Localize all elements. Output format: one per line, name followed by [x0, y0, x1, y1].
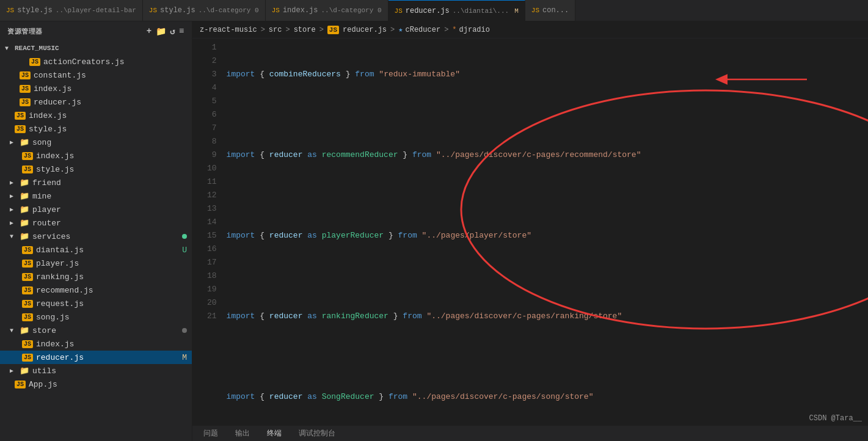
- js-icon: JS: [531, 7, 539, 14]
- folder-router[interactable]: ▶ 📁 router: [0, 216, 192, 230]
- tab-reducer-active[interactable]: JS reducer.js ..\diantai\... M: [388, 0, 525, 21]
- tab-label: reducer.js: [406, 7, 450, 15]
- breadcrumb: z-react-music > src > store > JS reducer…: [192, 21, 868, 38]
- arrow-icon: ▼: [5, 45, 15, 52]
- breadcrumb-part-4[interactable]: reducer.js: [343, 26, 387, 34]
- folder-icon: 📁: [20, 326, 29, 335]
- file-actioncreators[interactable]: JS actionCreators.js: [0, 55, 192, 68]
- csdn-watermark: CSDN @Tara__: [809, 414, 862, 423]
- file-name: index.js: [29, 111, 67, 120]
- arrow-icon: ▶: [10, 367, 20, 374]
- project-root[interactable]: ▼ REACT_MUSIC: [0, 42, 192, 55]
- file-diantai[interactable]: JS diantai.js U: [0, 243, 192, 257]
- file-name: request.js: [36, 299, 84, 308]
- file-index-root[interactable]: JS index.js: [0, 109, 192, 122]
- folder-song[interactable]: ▶ 📁 song: [0, 136, 192, 149]
- folder-services[interactable]: ▼ 📁 services: [0, 230, 192, 243]
- file-name: reducer.js: [36, 353, 84, 362]
- file-store-index[interactable]: JS index.js: [0, 337, 192, 351]
- folder-name: store: [32, 326, 56, 335]
- file-name: recommend.js: [36, 286, 93, 295]
- tab-path: ..\diantai\...: [453, 7, 509, 15]
- file-services-player[interactable]: JS player.js: [0, 257, 192, 270]
- file-services-recommend[interactable]: JS recommend.js: [0, 283, 192, 297]
- breadcrumb-part-5[interactable]: cReducer: [406, 26, 441, 34]
- code-line-8: [227, 350, 868, 363]
- code-line-2: [227, 108, 868, 122]
- js-file-icon: JS: [15, 112, 26, 120]
- main-layout: 资源管理器 + 📁 ↺ ≡ ▼ REACT_MUSIC JS actionCre…: [0, 21, 868, 441]
- js-icon: JS: [6, 7, 14, 14]
- folder-utils[interactable]: ▶ 📁 utils: [0, 364, 192, 377]
- diantai-badge: U: [182, 246, 187, 255]
- store-badge: [182, 328, 187, 333]
- js-file-icon: JS: [15, 381, 26, 388]
- new-folder-icon[interactable]: 📁: [156, 26, 167, 37]
- file-reducer-1[interactable]: JS reducer.js: [0, 95, 192, 109]
- folder-store[interactable]: ▼ 📁 store: [0, 324, 192, 337]
- folder-mine[interactable]: ▶ 📁 mine: [0, 189, 192, 203]
- file-song-index[interactable]: JS index.js: [0, 149, 192, 162]
- tab-output[interactable]: 输出: [229, 426, 256, 441]
- file-name: style.js: [29, 125, 67, 134]
- tab-bar: JS style.js ..\player-detail-bar JS styl…: [0, 0, 868, 21]
- folder-name: router: [32, 219, 61, 228]
- tab-terminal[interactable]: 终端: [261, 426, 288, 442]
- tab-debug-console[interactable]: 调试控制台: [293, 426, 341, 441]
- breadcrumb-sep: >: [319, 26, 324, 34]
- breadcrumb-sep: >: [261, 26, 265, 34]
- js-file-icon: JS: [20, 71, 31, 79]
- file-name: index.js: [36, 151, 74, 161]
- project-name: REACT_MUSIC: [15, 45, 59, 52]
- code-content[interactable]: import { combineReducers } from "redux-i…: [227, 38, 868, 425]
- breadcrumb-part-1[interactable]: z-react-music: [200, 26, 257, 34]
- folder-icon: 📁: [20, 231, 29, 241]
- file-song-style[interactable]: JS style.js: [0, 162, 192, 176]
- code-line-6: [227, 269, 868, 283]
- js-file-icon: JS: [15, 125, 26, 133]
- breadcrumb-part-3[interactable]: store: [294, 26, 316, 34]
- file-name: constant.js: [34, 71, 86, 80]
- tab-con[interactable]: JS con...: [525, 0, 575, 21]
- file-services-request[interactable]: JS request.js: [0, 297, 192, 310]
- folder-icon: 📁: [20, 178, 29, 188]
- breadcrumb-part-2[interactable]: src: [269, 26, 282, 34]
- tab-path: ..\d-category 0: [199, 7, 259, 14]
- js-file-icon: JS: [22, 260, 33, 268]
- file-services-song[interactable]: JS song.js: [0, 310, 192, 324]
- tab-style-player[interactable]: JS style.js ..\player-detail-bar: [0, 0, 143, 21]
- new-file-icon[interactable]: +: [147, 26, 152, 37]
- code-line-4: [227, 189, 868, 202]
- line-numbers: 1 2 3 4 5 6 7 8 9 10 11 12 13 14 15 16 1…: [192, 38, 227, 425]
- js-file-icon: JS: [22, 152, 33, 160]
- tab-problems[interactable]: 问题: [197, 426, 224, 441]
- breadcrumb-js-icon: JS: [327, 26, 339, 34]
- tab-style-category[interactable]: JS style.js ..\d-category 0: [143, 0, 266, 21]
- code-container[interactable]: 1 2 3 4 5 6 7 8 9 10 11 12 13 14 15 16 1…: [192, 38, 868, 425]
- folder-icon: 📁: [20, 218, 29, 228]
- file-store-reducer[interactable]: JS reducer.js M: [0, 351, 192, 364]
- folder-player[interactable]: ▶ 📁 player: [0, 203, 192, 216]
- breadcrumb-part-6[interactable]: djradio: [459, 26, 490, 34]
- collapse-icon[interactable]: ≡: [179, 26, 184, 37]
- tab-index-category[interactable]: JS index.js ..\d-category 0: [266, 0, 388, 21]
- arrow-icon: ▶: [10, 179, 20, 186]
- file-constant[interactable]: JS constant.js: [0, 68, 192, 82]
- js-file-icon: JS: [22, 313, 33, 321]
- file-name: diantai.js: [36, 246, 84, 255]
- sidebar-header-icons: + 📁 ↺ ≡: [147, 26, 184, 37]
- sidebar: 资源管理器 + 📁 ↺ ≡ ▼ REACT_MUSIC JS actionCre…: [0, 21, 192, 441]
- folder-name: utils: [32, 366, 56, 376]
- services-badge: [182, 234, 187, 239]
- code-line-9: import { reducer as SongReducer } from "…: [227, 390, 868, 404]
- file-app[interactable]: JS App.js: [0, 377, 192, 391]
- refresh-icon[interactable]: ↺: [170, 26, 175, 37]
- file-index-1[interactable]: JS index.js: [0, 82, 192, 95]
- file-style-root[interactable]: JS style.js: [0, 122, 192, 136]
- folder-friend[interactable]: ▶ 📁 friend: [0, 176, 192, 189]
- file-services-ranking[interactable]: JS ranking.js: [0, 270, 192, 283]
- breadcrumb-fn-icon: *: [452, 26, 456, 34]
- js-file-icon: JS: [20, 85, 31, 93]
- file-name: App.js: [29, 380, 57, 389]
- js-icon: JS: [149, 7, 157, 14]
